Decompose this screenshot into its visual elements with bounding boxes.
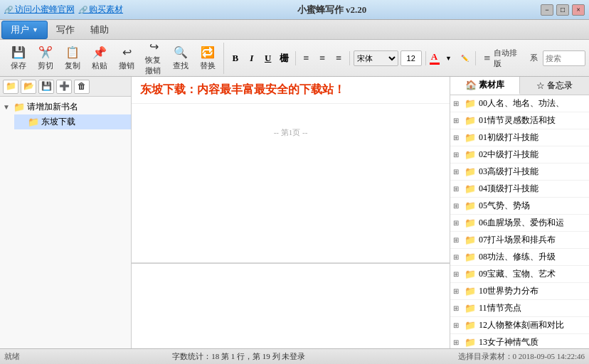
menu-user[interactable]: 用户 <box>1 21 48 39</box>
divider3 <box>425 51 426 65</box>
system-button[interactable]: 系 <box>527 51 541 65</box>
maximize-button[interactable]: □ <box>556 4 569 16</box>
mat-expander: ⊞ <box>453 287 462 295</box>
add-item-button[interactable]: ➕ <box>56 80 72 94</box>
font-size-input[interactable] <box>400 50 422 66</box>
material-item[interactable]: ⊞ 📁 04顶级打斗技能 <box>450 181 589 198</box>
mat-label: 04顶级打斗技能 <box>479 183 538 195</box>
main-area: 📁 📂 💾 ➕ 🗑 ▼ 📁 请增加新书名 📁 东坡下载 东坡下载： <box>0 77 589 348</box>
mat-folder-icon: 📁 <box>465 218 476 229</box>
underline-button[interactable]: U <box>261 50 275 66</box>
find-button[interactable]: 🔍 查找 <box>168 44 193 73</box>
highlight-button[interactable]: ✏️ <box>457 50 472 66</box>
open-folder-button[interactable]: 📂 <box>21 80 36 94</box>
undo-button[interactable]: ↩ 撤销 <box>114 44 139 73</box>
search-input[interactable] <box>543 50 585 66</box>
tab-material[interactable]: 🏠 素材库 <box>450 77 520 95</box>
status-center: 字数统计：18 第 1 行，第 19 列 未登录 <box>26 351 452 362</box>
material-item[interactable]: ⊞ 📁 02中级打斗技能 <box>450 146 589 164</box>
material-item[interactable]: ⊞ 📁 06血腥场景、爱伤和运 <box>450 215 589 232</box>
link-official[interactable]: 访问小蜜蜂官网 <box>4 4 75 16</box>
material-item[interactable]: ⊞ 📁 11情节亮点 <box>450 300 589 317</box>
table-button[interactable]: 栅 <box>277 50 292 66</box>
replace-button[interactable]: 🔁 替换 <box>195 44 221 73</box>
tree-root[interactable]: ▼ 📁 请增加新书名 <box>0 100 131 114</box>
copy-icon: 📋 <box>65 46 80 59</box>
link-buy[interactable]: 购买素材 <box>79 4 124 16</box>
minimize-button[interactable]: － <box>541 4 553 16</box>
italic-button[interactable]: I <box>245 50 259 66</box>
material-item[interactable]: ⊞ 📁 10世界势力分布 <box>450 283 589 300</box>
material-item[interactable]: ⊞ 📁 09宝藏、宝物、艺术 <box>450 266 589 283</box>
file-tree: ▼ 📁 请增加新书名 📁 东坡下载 <box>0 97 131 348</box>
mat-expander: ⊞ <box>453 134 462 141</box>
cut-button[interactable]: ✂️ 剪切 <box>33 44 58 73</box>
mat-label: 00人名、地名、功法、 <box>479 97 564 109</box>
material-item[interactable]: ⊞ 📁 13女子神情气质 <box>450 334 589 348</box>
center-panel: 东坡下载：内容最丰富最安全的下载站！ -- 第1页 -- <box>132 77 450 348</box>
delete-item-button[interactable]: 🗑 <box>74 80 90 94</box>
new-folder-button[interactable]: 📁 <box>3 80 18 94</box>
mat-expander: ⊞ <box>453 168 462 176</box>
mat-expander: ⊞ <box>453 253 462 261</box>
save-button[interactable]: 💾 保存 <box>6 44 31 73</box>
auto-sort-button[interactable]: ≡ 自动排版 <box>479 46 525 70</box>
mat-label: 02中级打斗技能 <box>479 149 538 161</box>
editor-content[interactable] <box>132 104 450 126</box>
toolbar-group-file: 💾 保存 ✂️ 剪切 📋 复制 📌 粘贴 ↩ 撤销 ↪ 恢复撤销 🔍 查找 🔁 <box>3 43 224 74</box>
font-select[interactable]: 宋体 <box>354 50 398 66</box>
font-color-button[interactable]: A <box>430 51 440 65</box>
tree-child-1[interactable]: 📁 东坡下载 <box>14 114 131 129</box>
color-dropdown[interactable]: ▼ <box>442 50 456 66</box>
mat-expander: ⊞ <box>453 202 462 210</box>
find-icon: 🔍 <box>173 46 189 59</box>
mat-expander: ⊞ <box>453 219 462 227</box>
redo-button[interactable]: ↪ 恢复撤销 <box>141 44 166 73</box>
copy-button[interactable]: 📋 复制 <box>60 44 85 73</box>
mat-folder-icon: 📁 <box>465 303 476 314</box>
align-right-button[interactable]: ≡ <box>331 50 346 66</box>
mat-label: 01初级打斗技能 <box>479 132 538 144</box>
menu-assist[interactable]: 辅助 <box>83 21 116 38</box>
material-item[interactable]: ⊞ 📁 01情节灵感数活和技 <box>450 112 589 129</box>
mat-expander: ⊞ <box>453 270 462 278</box>
mat-folder-icon: 📁 <box>465 183 476 195</box>
app-title: 小蜜蜂写作 v2.20 <box>297 4 367 16</box>
mat-folder-icon: 📁 <box>465 200 476 212</box>
material-item[interactable]: ⊞ 📁 07打斗场景和排兵布 <box>450 232 589 249</box>
mat-folder-icon: 📁 <box>465 166 476 178</box>
material-item[interactable]: ⊞ 📁 01初级打斗技能 <box>450 129 589 146</box>
align-left-button[interactable]: ≡ <box>299 50 313 66</box>
color-a-label: A <box>431 51 437 63</box>
material-item[interactable]: ⊞ 📁 12人物整体刻画和对比 <box>450 317 589 334</box>
mat-label: 08功法、修练、升级 <box>479 251 556 263</box>
mat-expander: ⊞ <box>453 236 462 244</box>
material-tab-icon: 🏠 <box>465 80 477 91</box>
folder-icon-child1: 📁 <box>28 117 39 128</box>
save-file-button[interactable]: 💾 <box>38 80 54 94</box>
paste-button[interactable]: 📌 粘贴 <box>87 44 112 73</box>
mat-folder-icon: 📁 <box>465 132 476 144</box>
left-panel: 📁 📂 💾 ➕ 🗑 ▼ 📁 请增加新书名 📁 东坡下载 <box>0 77 132 348</box>
close-button[interactable]: × <box>572 4 585 16</box>
material-item[interactable]: ⊞ 📁 08功法、修练、升级 <box>450 249 589 266</box>
system-label: 系 <box>530 53 538 63</box>
toolbar: 💾 保存 ✂️ 剪切 📋 复制 📌 粘贴 ↩ 撤销 ↪ 恢复撤销 🔍 查找 🔁 <box>0 40 589 77</box>
title-bar: 访问小蜜蜂官网 购买素材 小蜜蜂写作 v2.20 － □ × <box>0 0 589 20</box>
material-item[interactable]: ⊞ 📁 05气势、势场 <box>450 198 589 215</box>
align-center-button[interactable]: ≡ <box>315 50 329 66</box>
menu-write[interactable]: 写作 <box>49 21 82 38</box>
tab-memo[interactable]: ☆ 备忘录 <box>520 77 589 95</box>
status-right: 选择目录素材：0 2018-09-05 14:22:46 <box>458 351 585 362</box>
material-item[interactable]: ⊞ 📁 03高级打斗技能 <box>450 164 589 181</box>
material-item[interactable]: ⊞ 📁 00人名、地名、功法、 <box>450 95 589 112</box>
mat-folder-icon: 📁 <box>465 337 476 348</box>
folder-icon-root: 📁 <box>14 102 25 113</box>
divider <box>295 51 296 65</box>
editor-bottom[interactable] <box>132 263 450 348</box>
mat-expander: ⊞ <box>453 338 462 346</box>
window-controls: － □ × <box>541 4 585 16</box>
undo-icon: ↩ <box>119 46 134 59</box>
bold-button[interactable]: B <box>228 50 243 66</box>
cut-icon: ✂️ <box>38 46 53 59</box>
